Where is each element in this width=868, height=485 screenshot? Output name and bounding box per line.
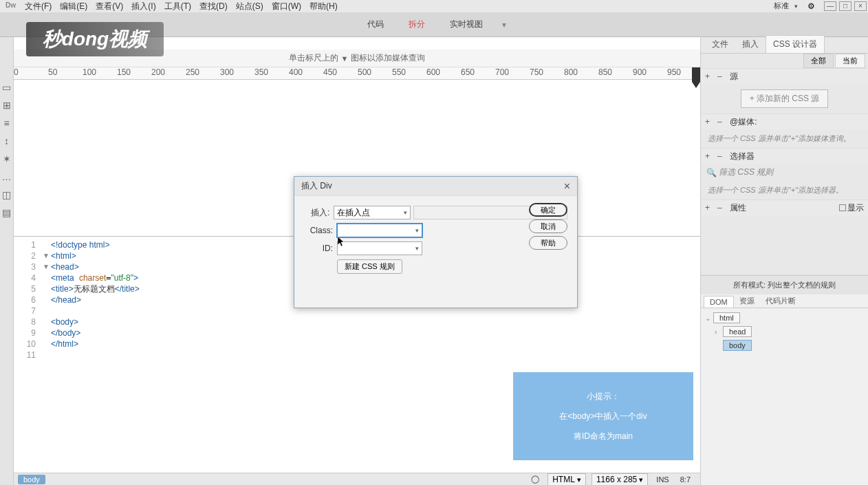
minus-icon[interactable]: – [717, 117, 727, 127]
dimensions-select[interactable]: 1166 x 285 ▾ [592, 473, 648, 486]
tab-dom[interactable]: DOM [704, 296, 734, 308]
code-text[interactable]: <html> [51, 250, 76, 261]
tab-assets[interactable]: 资源 [734, 294, 760, 308]
chevron-down-icon[interactable]: ▾ [502, 20, 506, 30]
tab-insert[interactable]: 插入 [735, 36, 766, 53]
workspace-switcher[interactable]: 标准 [774, 1, 789, 11]
fold-icon[interactable] [41, 305, 51, 316]
menu-help[interactable]: 帮助(H) [305, 1, 342, 12]
ruler-mark: 450 [323, 67, 337, 77]
menu-insert[interactable]: 插入(I) [127, 1, 160, 12]
maximize-button[interactable]: □ [839, 1, 851, 11]
code-text[interactable]: </head> [51, 294, 81, 305]
code-line[interactable]: 11 [14, 349, 700, 360]
tool-icon[interactable]: ⊞ [1, 98, 13, 113]
menu-file[interactable]: 文件(F) [21, 1, 56, 12]
dom-panel: DOM 资源 代码片断 ⌄html›headbody [701, 294, 868, 485]
minus-icon[interactable]: – [717, 203, 727, 213]
plus-icon[interactable]: + [705, 203, 715, 213]
menu-tools[interactable]: 工具(T) [160, 1, 195, 12]
id-input[interactable]: ▾ [337, 241, 422, 255]
top-right-controls: 标准 ▾ ⚙ — □ × [774, 1, 867, 11]
menu-view[interactable]: 查看(V) [91, 1, 127, 12]
insert-position-select[interactable]: 在插入点▾ [334, 206, 411, 219]
tab-files[interactable]: 文件 [705, 36, 735, 53]
code-line[interactable]: 9</body> [14, 327, 700, 338]
fold-icon[interactable] [41, 316, 51, 327]
tool-icon[interactable]: ↕ [1, 133, 13, 149]
ruler-mark: 350 [254, 67, 268, 77]
code-text[interactable]: <head> [51, 261, 79, 272]
menu-edit[interactable]: 编辑(E) [56, 1, 91, 12]
fold-icon[interactable] [41, 294, 51, 305]
gear-icon[interactable]: ⚙ [807, 1, 817, 11]
code-text[interactable]: <body> [51, 316, 78, 327]
dom-tag[interactable]: html [713, 312, 740, 323]
code-text[interactable]: <title>无标题文档</title> [51, 283, 140, 294]
code-line[interactable]: 10</html> [14, 338, 700, 349]
expand-icon[interactable]: ⌄ [705, 314, 713, 322]
close-icon[interactable]: × [564, 180, 570, 193]
section-properties: +–属性 显示 [701, 200, 868, 275]
ok-button[interactable]: 确定 [529, 203, 567, 217]
dom-node[interactable]: ⌄html [705, 311, 864, 325]
fold-icon[interactable] [41, 283, 51, 294]
dom-node[interactable]: ›head [705, 325, 864, 338]
tab-css-designer[interactable]: CSS 设计器 [766, 35, 825, 53]
viewport-marker-icon[interactable] [692, 67, 700, 88]
class-input[interactable]: ▾ [337, 224, 422, 237]
hint-overlay: 小提示： 在<body>中插入一个div 将ID命名为main [513, 372, 693, 460]
code-line[interactable]: 8<body> [14, 316, 700, 327]
plus-icon[interactable]: + [705, 72, 715, 81]
tab-split[interactable]: 拆分 [403, 16, 431, 33]
dom-tag[interactable]: body [723, 340, 752, 351]
menu-window[interactable]: 窗口(W) [268, 1, 305, 12]
expand-icon[interactable]: › [715, 328, 723, 336]
insert-mode: INS [651, 475, 674, 484]
code-text[interactable]: </body> [51, 327, 80, 338]
menu-find[interactable]: 查找(D) [195, 1, 232, 12]
tab-code[interactable]: 代码 [362, 16, 389, 33]
minimize-button[interactable]: — [824, 1, 836, 11]
hint-text: 图标以添加媒体查询 [351, 52, 425, 64]
dialog-title: 插入 Div [301, 180, 332, 192]
horizontal-ruler[interactable]: 0501001502002503003504004505005506006507… [14, 67, 700, 80]
doctype-select[interactable]: HTML ▾ [547, 473, 586, 486]
search-placeholder[interactable]: 筛选 CSS 规则 [719, 166, 773, 178]
checkbox[interactable] [839, 204, 846, 211]
code-text[interactable]: </html> [51, 338, 78, 349]
fold-icon[interactable] [41, 349, 51, 360]
tool-icon[interactable]: ▤ [1, 205, 13, 220]
tab-snippets[interactable]: 代码片断 [760, 294, 801, 308]
fold-icon[interactable]: ▼ [41, 250, 51, 261]
scope-current[interactable]: 当前 [835, 54, 865, 68]
dom-node[interactable]: body [705, 338, 864, 352]
tab-live[interactable]: 实时视图 [444, 16, 488, 33]
chevron-down-icon[interactable]: ▾ [792, 3, 801, 10]
fold-icon[interactable] [41, 338, 51, 349]
fold-icon[interactable] [41, 327, 51, 338]
minus-icon[interactable]: – [717, 151, 727, 161]
code-text[interactable]: <!doctype html> [51, 239, 109, 250]
tool-icon[interactable]: ≡ [1, 116, 13, 131]
help-button[interactable]: 帮助 [529, 236, 567, 250]
breadcrumb[interactable]: body [18, 475, 45, 484]
add-css-source-button[interactable]: + 添加新的 CSS 源 [741, 89, 829, 108]
tool-icon[interactable]: ✶ [1, 151, 13, 166]
fold-icon[interactable]: ▼ [41, 261, 51, 272]
cancel-button[interactable]: 取消 [529, 219, 567, 233]
tool-icon[interactable]: ▭ [1, 80, 13, 95]
plus-icon[interactable]: + [705, 117, 715, 127]
new-css-rule-button[interactable]: 新建 CSS 规则 [337, 259, 402, 274]
fold-icon[interactable] [41, 239, 51, 250]
menu-site[interactable]: 站点(S) [232, 1, 268, 12]
minus-icon[interactable]: – [717, 72, 727, 81]
fold-icon[interactable] [41, 272, 51, 283]
tool-icon[interactable]: ◫ [1, 187, 13, 202]
dom-tag[interactable]: head [723, 326, 752, 337]
code-text[interactable]: <meta charset="utf-8"> [51, 272, 138, 283]
scope-all[interactable]: 全部 [803, 54, 834, 68]
plus-icon[interactable]: + [705, 151, 715, 161]
close-button[interactable]: × [854, 1, 867, 11]
tool-icon[interactable]: … [1, 169, 13, 184]
